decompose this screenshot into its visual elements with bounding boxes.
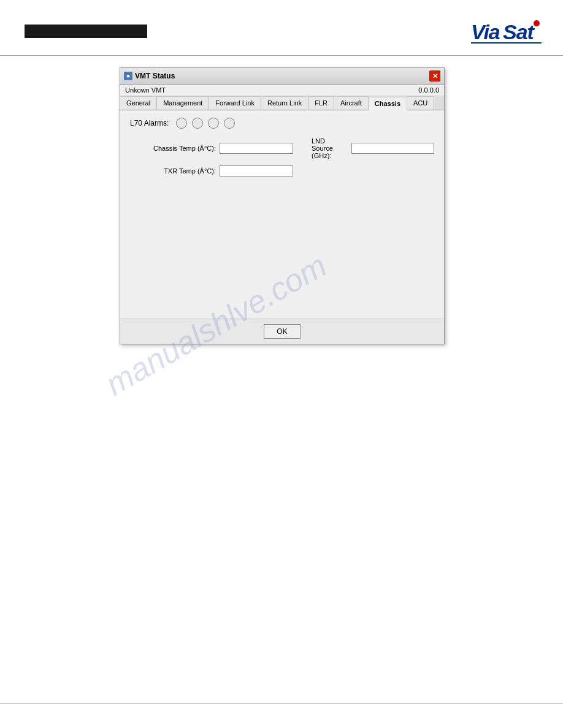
txr-temp-row: TXR Temp (Â°C): xyxy=(130,165,434,176)
txr-temp-label: TXR Temp (Â°C): xyxy=(130,167,216,175)
lnd-source-row: LND Source (GHz): xyxy=(312,137,434,159)
txr-temp-input[interactable] xyxy=(220,165,293,176)
tabs-row: General Management Forward Link Return L… xyxy=(120,96,444,110)
viasat-logo: Via Sat xyxy=(471,17,542,47)
device-name: Unkown VMT xyxy=(125,86,166,94)
vmt-status-dialog: ■ VMT Status ✕ Unkown VMT 0.0.0.0 Genera… xyxy=(120,67,445,344)
alarm-circle-2 xyxy=(192,118,203,129)
lnd-source-label: LND Source (GHz): xyxy=(312,137,348,159)
tab-acu[interactable]: ACU xyxy=(407,96,434,110)
tab-flr[interactable]: FLR xyxy=(308,96,334,110)
chassis-temp-input[interactable] xyxy=(220,143,293,154)
content-area: L70 Alarms: Chassis Temp (Â°C): LND Sour… xyxy=(120,110,444,319)
tab-general[interactable]: General xyxy=(120,96,157,110)
top-bar xyxy=(25,25,147,38)
version-label: 0.0.0.0 xyxy=(418,86,439,94)
ok-button[interactable]: OK xyxy=(264,324,301,339)
svg-point-2 xyxy=(534,20,540,26)
svg-text:Sat: Sat xyxy=(503,20,535,44)
svg-text:Via: Via xyxy=(471,20,500,44)
tab-chassis[interactable]: Chassis xyxy=(369,97,407,110)
chassis-temp-row: Chassis Temp (Â°C): xyxy=(130,143,293,154)
chassis-lnd-row: Chassis Temp (Â°C): LND Source (GHz): xyxy=(130,137,434,159)
close-button[interactable]: ✕ xyxy=(429,70,440,82)
title-bar: ■ VMT Status ✕ xyxy=(120,68,444,85)
button-bar: OK xyxy=(120,319,444,344)
alarm-circle-3 xyxy=(208,118,219,129)
tab-management[interactable]: Management xyxy=(157,96,209,110)
chassis-temp-label: Chassis Temp (Â°C): xyxy=(130,145,216,152)
tab-aircraft[interactable]: Aircraft xyxy=(334,96,369,110)
title-bar-left: ■ VMT Status xyxy=(124,72,175,80)
alarms-row: L70 Alarms: xyxy=(130,118,434,129)
dialog-title: VMT Status xyxy=(135,72,175,80)
dialog-icon: ■ xyxy=(124,72,132,80)
alarm-circle-1 xyxy=(176,118,187,129)
lnd-source-input[interactable] xyxy=(351,143,434,154)
tab-return-link[interactable]: Return Link xyxy=(261,96,308,110)
tab-forward-link[interactable]: Forward Link xyxy=(209,96,261,110)
footer-divider xyxy=(0,703,563,703)
alarm-circle-4 xyxy=(224,118,235,129)
info-bar: Unkown VMT 0.0.0.0 xyxy=(120,85,444,96)
header-divider xyxy=(0,55,563,56)
alarms-label: L70 Alarms: xyxy=(130,119,169,127)
